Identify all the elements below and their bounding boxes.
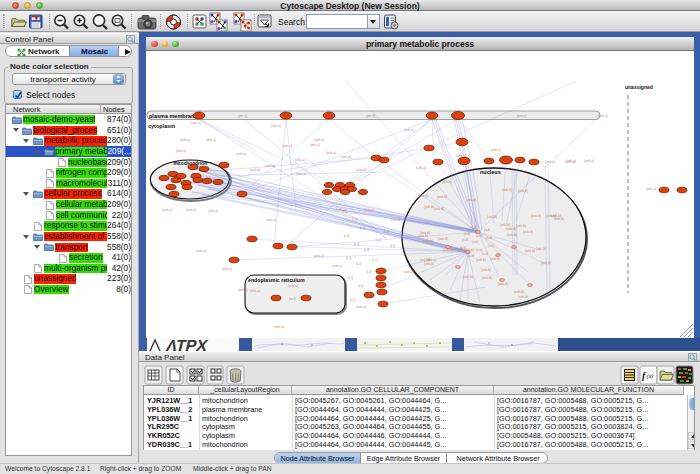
- svg-text:(unk-a): (unk-a): [491, 148, 501, 152]
- svg-text:(unk-b): (unk-b): [546, 214, 556, 218]
- svg-text:(unk-a): (unk-a): [271, 124, 281, 128]
- svg-text:endoplasmic reticulum: endoplasmic reticulum: [248, 277, 305, 283]
- svg-text:(unk-a): (unk-a): [390, 218, 400, 222]
- svg-text:(unk-b): (unk-b): [424, 262, 434, 266]
- svg-text:(unk-b): (unk-b): [423, 239, 433, 243]
- svg-text:(c-l): (c-l): [378, 300, 383, 304]
- svg-text:ΛΤΡΧ: ΛΤΡΧ: [165, 336, 210, 351]
- svg-text:(unk-b): (unk-b): [541, 261, 551, 265]
- svg-text:(unk-a): (unk-a): [208, 209, 218, 213]
- svg-text:(unk-a): (unk-a): [332, 264, 342, 268]
- svg-text:(unk-a): (unk-a): [314, 254, 324, 258]
- svg-text:(unk-a): (unk-a): [442, 180, 452, 184]
- svg-text:(unk-b): (unk-b): [498, 282, 508, 286]
- svg-text:(unk-b): (unk-b): [463, 275, 473, 279]
- svg-text:plasma membrane: plasma membrane: [149, 113, 197, 119]
- svg-text:(u-b): (u-b): [476, 234, 482, 238]
- svg-text:(u-b): (u-b): [464, 232, 470, 236]
- svg-text:[pm-a]: [pm-a]: [238, 114, 247, 118]
- svg-text:(u-b): (u-b): [488, 244, 494, 248]
- svg-text:(unk-b): (unk-b): [523, 230, 533, 234]
- svg-text:(c-l): (c-l): [368, 292, 373, 296]
- svg-text:(unk-b): (unk-b): [506, 227, 516, 231]
- svg-text:(unk-a): (unk-a): [265, 164, 275, 168]
- svg-text:(unk-a): (unk-a): [314, 138, 324, 142]
- svg-text:(unk-a): (unk-a): [326, 151, 336, 155]
- svg-text:(unk-b): (unk-b): [514, 290, 524, 294]
- svg-text:(unk-a): (unk-a): [598, 114, 608, 118]
- svg-text:(u-b): (u-b): [486, 236, 492, 240]
- svg-text:[pm-c]: [pm-c]: [517, 114, 526, 118]
- svg-text:nucleus: nucleus: [480, 169, 501, 175]
- svg-text:(unk-a): (unk-a): [296, 172, 306, 176]
- svg-text:(unk-a): (unk-a): [266, 218, 276, 222]
- svg-text:(unk-a): (unk-a): [180, 138, 190, 142]
- svg-text:(c-l): (c-l): [346, 256, 351, 260]
- svg-text:(unk-a): (unk-a): [206, 138, 216, 142]
- svg-text:(unk-b): (unk-b): [518, 295, 528, 299]
- svg-text:(c-l): (c-l): [360, 226, 365, 230]
- svg-text:(unk-a): (unk-a): [250, 168, 260, 172]
- svg-text:(unk-b): (unk-b): [531, 214, 541, 218]
- svg-text:(unk-a): (unk-a): [250, 289, 260, 293]
- svg-text:(unk-a): (unk-a): [310, 143, 320, 147]
- svg-text:(u-b): (u-b): [482, 252, 488, 256]
- svg-text:[pm-b]: [pm-b]: [366, 114, 375, 118]
- svg-text:(unk-b): (unk-b): [516, 224, 526, 228]
- svg-text:(unk-a): (unk-a): [404, 270, 414, 274]
- svg-text:(unk-b): (unk-b): [438, 237, 448, 241]
- svg-text:(unk-a): (unk-a): [565, 160, 575, 164]
- svg-text:(unk-a): (unk-a): [186, 208, 196, 212]
- svg-text:(u-b): (u-b): [470, 226, 476, 230]
- svg-text:(unk-b): (unk-b): [481, 268, 491, 272]
- svg-text:(unk-b): (unk-b): [424, 205, 434, 209]
- svg-text:(c-l): (c-l): [372, 258, 377, 262]
- svg-text:(unk-a): (unk-a): [356, 168, 366, 172]
- svg-text:(unk-b): (unk-b): [482, 276, 492, 280]
- svg-text:(unk-a): (unk-a): [282, 144, 292, 148]
- svg-text:(c-l): (c-l): [352, 218, 357, 222]
- svg-text:(c-l): (c-l): [384, 230, 389, 234]
- svg-text:(u-b): (u-b): [468, 254, 474, 258]
- svg-text:(unk-a): (unk-a): [336, 208, 346, 212]
- svg-text:(unk-a): (unk-a): [288, 284, 298, 288]
- svg-text:unassigned: unassigned: [625, 84, 653, 90]
- svg-text:(unk-b): (unk-b): [525, 249, 535, 253]
- svg-text:(c-l): (c-l): [356, 262, 361, 266]
- svg-text:(unk-a): (unk-a): [584, 159, 594, 163]
- svg-text:(unk-a): (unk-a): [236, 152, 246, 156]
- svg-text:(c-l): (c-l): [366, 270, 371, 274]
- svg-text:(unk-b): (unk-b): [507, 233, 517, 237]
- svg-text:(u-b): (u-b): [462, 238, 468, 242]
- svg-text:(unk-a): (unk-a): [545, 160, 555, 164]
- svg-text:(unk-a): (unk-a): [196, 249, 206, 253]
- svg-text:(c-l): (c-l): [354, 242, 359, 246]
- svg-text:(unk-b): (unk-b): [536, 247, 546, 251]
- svg-text:(unk-a): (unk-a): [274, 325, 284, 329]
- svg-text:(unk-a): (unk-a): [416, 166, 426, 170]
- svg-text:(u-b): (u-b): [460, 246, 466, 250]
- svg-text:(unk-a): (unk-a): [191, 121, 201, 125]
- svg-text:(er-l): (er-l): [289, 297, 296, 301]
- svg-text:(c-l): (c-l): [348, 276, 353, 280]
- svg-text:(unk-a): (unk-a): [456, 154, 466, 158]
- svg-text:(unk-a): (unk-a): [222, 267, 232, 271]
- svg-text:(c-l): (c-l): [364, 248, 369, 252]
- svg-text:(c-l): (c-l): [358, 284, 363, 288]
- svg-text:(u-b): (u-b): [484, 228, 490, 232]
- svg-text:(c-l): (c-l): [390, 244, 395, 248]
- svg-text:(c-l): (c-l): [376, 238, 381, 242]
- svg-text:(unk-b): (unk-b): [437, 195, 447, 199]
- svg-text:(unk-a): (unk-a): [295, 158, 305, 162]
- svg-text:(unk-b): (unk-b): [518, 189, 528, 193]
- svg-text:(unk-b): (unk-b): [502, 188, 512, 192]
- svg-text:(unk-a): (unk-a): [238, 288, 248, 292]
- svg-text:Search:: Search:: [278, 17, 307, 27]
- svg-text:cytoplasm: cytoplasm: [148, 123, 175, 129]
- svg-text:(unk-a): (unk-a): [646, 187, 656, 191]
- svg-text:(u-b): (u-b): [472, 240, 478, 244]
- svg-text:(unk-a): (unk-a): [341, 155, 351, 159]
- svg-text:(unk-a): (unk-a): [356, 305, 366, 309]
- svg-text:(unk-a): (unk-a): [162, 208, 172, 212]
- svg-text:(unk-b): (unk-b): [418, 234, 428, 238]
